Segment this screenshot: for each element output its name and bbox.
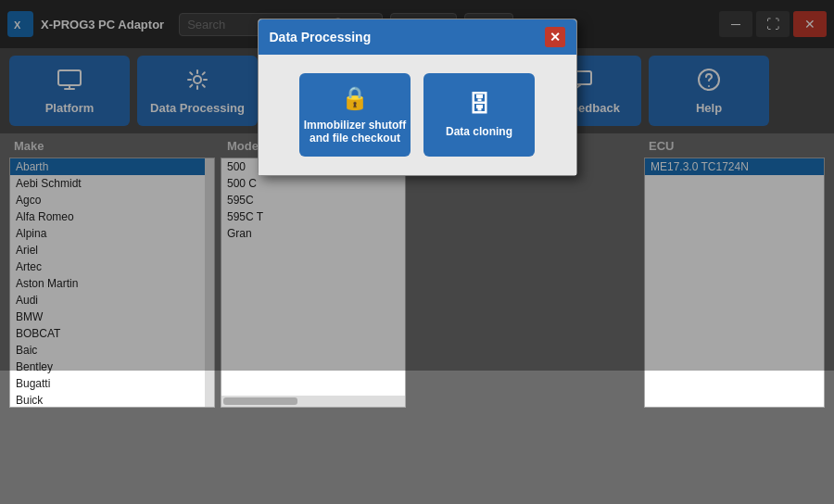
immobilizer-button[interactable]: 🔒 Immobilizer shutoff and file checkout xyxy=(299,73,411,157)
database-icon: 🗄 xyxy=(468,92,490,118)
make-item-bugatti[interactable]: Bugatti xyxy=(10,375,205,392)
data-cloning-label: Data cloning xyxy=(446,125,512,138)
data-processing-modal: Data Processing ✕ 🔒 Immobilizer shutoff … xyxy=(258,19,577,176)
model-horizontal-scrollbar[interactable] xyxy=(221,396,405,407)
make-item-buick[interactable]: Buick xyxy=(10,392,205,407)
lock-file-icon: 🔒 xyxy=(341,85,369,111)
modal-header: Data Processing ✕ xyxy=(259,19,576,55)
model-scrollbar-thumb xyxy=(223,397,297,405)
data-cloning-button[interactable]: 🗄 Data cloning xyxy=(423,73,535,157)
modal-body: 🔒 Immobilizer shutoff and file checkout … xyxy=(259,55,576,175)
modal-title: Data Processing xyxy=(270,30,372,44)
main-area: Make Model ECU AbarthAebi SchmidtAgcoAlf… xyxy=(0,133,834,504)
modal-close-button[interactable]: ✕ xyxy=(545,27,565,47)
modal-overlay: Data Processing ✕ 🔒 Immobilizer shutoff … xyxy=(0,0,834,371)
immobilizer-label: Immobilizer shutoff and file checkout xyxy=(299,119,411,145)
